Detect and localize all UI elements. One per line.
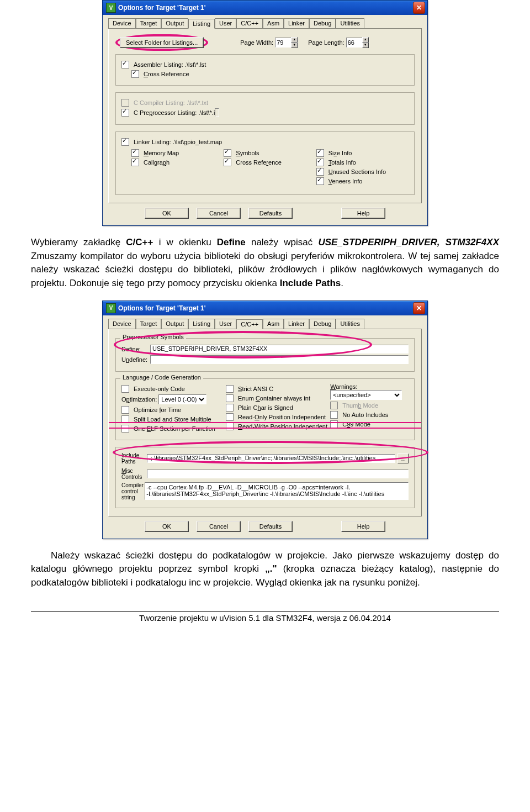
include-paths-browse-button[interactable]: … <box>398 454 409 463</box>
app-icon-2: V <box>106 303 116 313</box>
checkbox-size-info[interactable] <box>316 149 324 157</box>
checkbox-veneers-info[interactable] <box>316 177 324 185</box>
tab2-debug[interactable]: Debug <box>309 319 336 329</box>
tab2-ccpp[interactable]: C/C++ <box>236 319 263 329</box>
titlebar-2[interactable]: V Options for Target 'Target 1' ✕ <box>103 301 427 315</box>
tab-debug[interactable]: Debug <box>309 18 336 28</box>
cb-rw-pos[interactable] <box>226 423 234 430</box>
define-input[interactable]: USE_STDPERIPH_DRIVER, STM32F4XX <box>150 345 409 354</box>
help-button[interactable]: Help <box>341 208 385 219</box>
cb-one-elf[interactable] <box>121 425 129 433</box>
tab2-device[interactable]: Device <box>108 319 136 329</box>
tab-device[interactable]: Device <box>108 18 136 28</box>
compiler-string-label: Compilercontrolstring <box>121 482 145 500</box>
cb-no-auto[interactable] <box>330 411 338 419</box>
c99-label: C99 Mode <box>342 421 370 428</box>
opt-time-label: Optimize for Time <box>134 407 181 413</box>
undefine-input[interactable] <box>150 355 409 364</box>
checkbox-totals-info[interactable] <box>316 159 324 166</box>
ok-button[interactable]: OK <box>145 208 189 219</box>
select-folder-button[interactable]: Select Folder for Listings... <box>120 37 204 48</box>
veneers-label: Veneers Info <box>328 178 363 184</box>
checkbox-cpre-listing[interactable] <box>121 109 129 117</box>
tab-user[interactable]: User <box>215 18 236 28</box>
cancel-button-2[interactable]: Cancel <box>197 521 241 532</box>
cb-c99[interactable] <box>330 420 338 428</box>
checkbox-symbols[interactable] <box>224 149 231 157</box>
opt-combo[interactable]: Level 0 (-O0) <box>158 394 206 404</box>
page-width-spinner[interactable]: ▲▼ <box>275 38 298 48</box>
defaults-button-2[interactable]: Defaults <box>248 521 293 532</box>
callgraph-label: Callgraph <box>144 159 169 166</box>
page-length-spinner[interactable]: ▲▼ <box>346 38 369 48</box>
close-icon[interactable]: ✕ <box>413 2 425 14</box>
cb-plain-char[interactable] <box>226 404 234 412</box>
checkbox-linker-listing[interactable] <box>121 138 129 146</box>
strict-ansi-label: Strict ANSI C <box>238 386 273 392</box>
tab2-utilities[interactable]: Utilities <box>336 319 364 329</box>
enum-label: Enum Container always int <box>238 395 310 402</box>
group-linker: Linker Listing: .\lst\gpio_test.map Memo… <box>115 131 415 195</box>
ok-button-2[interactable]: OK <box>145 521 189 532</box>
tab-linker[interactable]: Linker <box>284 18 309 28</box>
ccpp-panel: Preprocessor Symbols Define: USE_STDPERI… <box>108 329 422 516</box>
checkbox-memory-map[interactable] <box>131 149 139 157</box>
tab2-asm[interactable]: Asm <box>263 319 284 329</box>
group-lang-title: Language / Code Generation <box>120 374 203 381</box>
group-lang: Language / Code Generation Execute-only … <box>115 378 415 440</box>
unused-sections-label: Unused Sections Info <box>328 168 386 175</box>
memory-map-label: Memory Map <box>144 150 179 156</box>
warnings-combo[interactable]: <unspecified> <box>330 390 402 400</box>
tab2-user[interactable]: User <box>215 319 236 329</box>
symbols-label: Symbols <box>236 150 259 156</box>
tab2-listing[interactable]: Listing <box>188 319 215 329</box>
cpre-listing-label: C Preprocessor Listing: .\lst\*.i <box>134 109 215 116</box>
dialog-ccpp: V Options for Target 'Target 1' ✕ Device… <box>102 300 428 539</box>
tab-bar-2: Device Target Output Listing User C/C++ … <box>108 319 422 329</box>
cb-split-load[interactable] <box>121 415 129 423</box>
define-label: Define: <box>121 346 150 352</box>
page-width-label: Page Width: <box>240 39 273 46</box>
tab-utilities[interactable]: Utilities <box>336 18 364 28</box>
tab-ccpp[interactable]: C/C++ <box>236 18 263 28</box>
tab-target[interactable]: Target <box>136 18 162 28</box>
tab2-linker[interactable]: Linker <box>284 319 309 329</box>
checkbox-cross-ref1[interactable] <box>131 70 139 78</box>
tab-asm[interactable]: Asm <box>263 18 284 28</box>
checkbox-asm-listing[interactable] <box>121 61 129 68</box>
page-width-input[interactable] <box>275 39 291 46</box>
cb-opt-time[interactable] <box>121 406 129 414</box>
dialog-listing: V Options for Target 'Target 1' ✕ Device… <box>102 0 428 226</box>
footer-text: Tworzenie projektu w uVision 5.1 dla STM… <box>139 613 391 623</box>
cb-strict-ansi[interactable] <box>226 385 234 393</box>
cancel-button[interactable]: Cancel <box>197 208 241 219</box>
window-title: Options for Target 'Target 1' <box>118 4 206 12</box>
include-paths-input[interactable]: .;.\libraries\STM32F4xx_StdPeriph_Driver… <box>147 454 395 463</box>
page-footer: Tworzenie projektu w uVision 5.1 dla STM… <box>31 611 499 623</box>
cb-exec-only[interactable] <box>121 385 129 393</box>
app-icon: V <box>106 3 116 13</box>
cross-ref2-label: Cross Reference <box>236 159 282 166</box>
tab-output[interactable]: Output <box>161 18 188 28</box>
group-preproc-title: Preprocessor Symbols <box>120 334 186 340</box>
misc-controls-input[interactable] <box>147 470 409 478</box>
tab2-target[interactable]: Target <box>136 319 162 329</box>
opt-label: Optimization: <box>121 396 157 403</box>
help-button-2[interactable]: Help <box>341 521 385 532</box>
linker-listing-label: Linker Listing: .\lst\gpio_test.map <box>134 139 222 145</box>
cb-ro-pos[interactable] <box>226 413 234 421</box>
checkbox-callgraph[interactable] <box>131 159 139 166</box>
cb-enum[interactable] <box>226 394 234 402</box>
page-length-input[interactable] <box>347 39 362 46</box>
tab2-output[interactable]: Output <box>161 319 188 329</box>
defaults-button[interactable]: Defaults <box>248 208 293 219</box>
asm-listing-label: Assembler Listing: .\lst\*.lst <box>134 61 206 68</box>
tab-listing[interactable]: Listing <box>188 19 215 29</box>
checkbox-unused-sections[interactable] <box>316 168 324 176</box>
group-asm: Assembler Listing: .\lst\*.lst Cross Ref… <box>115 54 415 86</box>
compiler-string-output <box>145 482 409 500</box>
close-icon-2[interactable]: ✕ <box>413 302 425 314</box>
checkbox-cross-ref2[interactable] <box>224 159 231 166</box>
titlebar[interactable]: V Options for Target 'Target 1' ✕ <box>103 1 427 15</box>
c-listing-label: C Compiler Listing: .\lst\*.txt <box>134 99 208 106</box>
